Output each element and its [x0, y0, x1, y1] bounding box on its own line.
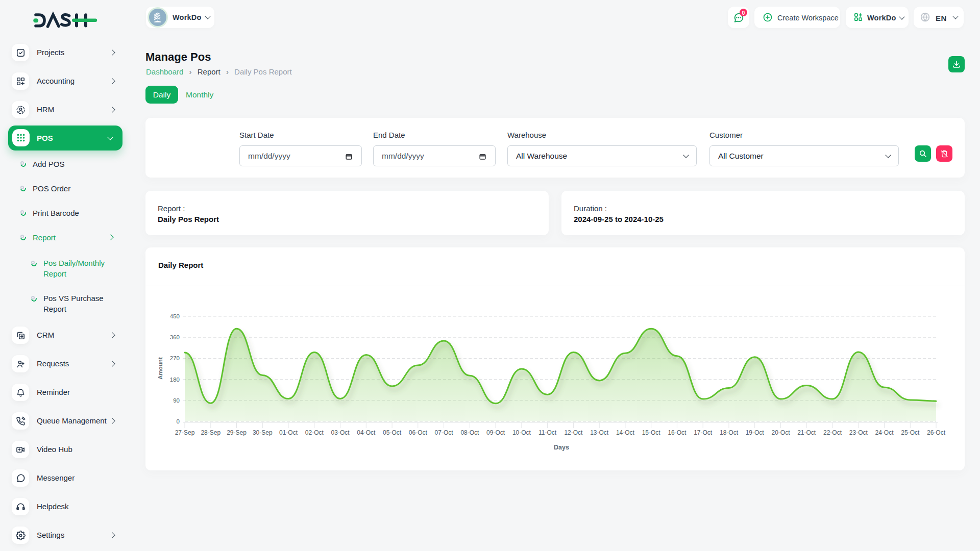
svg-text:28-Sep: 28-Sep — [201, 429, 220, 436]
svg-text:90: 90 — [173, 397, 180, 404]
svg-text:22-Oct: 22-Oct — [823, 429, 842, 436]
svg-text:30-Sep: 30-Sep — [253, 429, 273, 436]
svg-text:01-Oct: 01-Oct — [279, 429, 298, 436]
svg-text:23-Oct: 23-Oct — [849, 429, 868, 436]
svg-text:13-Oct: 13-Oct — [590, 429, 609, 436]
svg-text:05-Oct: 05-Oct — [383, 429, 402, 436]
svg-text:26-Oct: 26-Oct — [927, 429, 946, 436]
svg-text:Amount: Amount — [157, 357, 163, 380]
svg-text:24-Oct: 24-Oct — [875, 429, 894, 436]
svg-text:16-Oct: 16-Oct — [668, 429, 687, 436]
svg-text:14-Oct: 14-Oct — [616, 429, 635, 436]
svg-text:29-Sep: 29-Sep — [227, 429, 247, 436]
svg-text:25-Oct: 25-Oct — [901, 429, 920, 436]
svg-text:12-Oct: 12-Oct — [564, 429, 583, 436]
svg-text:09-Oct: 09-Oct — [486, 429, 505, 436]
svg-text:07-Oct: 07-Oct — [435, 429, 454, 436]
svg-text:0: 0 — [177, 418, 180, 424]
svg-text:270: 270 — [170, 355, 180, 361]
svg-text:15-Oct: 15-Oct — [642, 429, 661, 436]
svg-text:27-Sep: 27-Sep — [175, 429, 195, 436]
svg-text:20-Oct: 20-Oct — [771, 429, 790, 436]
svg-text:360: 360 — [170, 334, 180, 340]
svg-text:02-Oct: 02-Oct — [305, 429, 324, 436]
svg-text:450: 450 — [170, 313, 180, 319]
svg-text:17-Oct: 17-Oct — [694, 429, 713, 436]
svg-text:Days: Days — [554, 444, 569, 451]
svg-text:11-Oct: 11-Oct — [538, 429, 557, 436]
svg-text:08-Oct: 08-Oct — [460, 429, 479, 436]
svg-text:180: 180 — [170, 377, 180, 383]
svg-text:19-Oct: 19-Oct — [746, 429, 765, 436]
svg-text:21-Oct: 21-Oct — [797, 429, 816, 436]
svg-text:10-Oct: 10-Oct — [512, 429, 531, 436]
svg-text:04-Oct: 04-Oct — [357, 429, 376, 436]
svg-text:03-Oct: 03-Oct — [331, 429, 350, 436]
svg-text:06-Oct: 06-Oct — [409, 429, 428, 436]
svg-text:18-Oct: 18-Oct — [720, 429, 739, 436]
